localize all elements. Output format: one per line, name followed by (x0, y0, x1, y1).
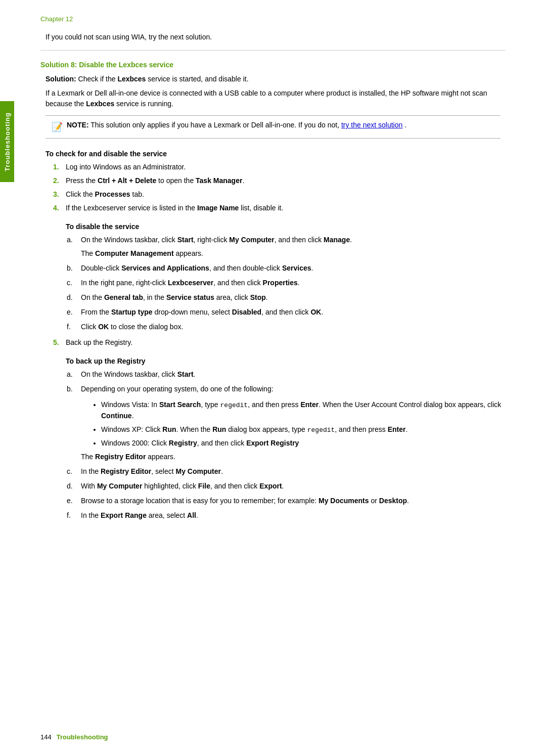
list-item: a. On the Windows taskbar, click Start. (81, 369, 506, 380)
intro-text: If you could not scan using WIA, try the… (46, 33, 506, 41)
list-item: 3. Click the Processes tab. (66, 189, 506, 200)
note-text: NOTE: This solution only applies if you … (67, 120, 406, 130)
registry-editor-note: The Registry Editor appears. (81, 452, 506, 462)
page-container: Troubleshooting Chapter 12 If you could … (0, 0, 546, 756)
list-item: 5. Back up the Registry. (66, 337, 506, 348)
note-box: 📝 NOTE: This solution only applies if yo… (46, 115, 500, 139)
list-item: f. In the Export Range area, select All. (81, 510, 506, 521)
os-options-list: Windows Vista: In Start Search, type reg… (101, 399, 506, 449)
solution-line: Solution: Check if the Lexbces service i… (46, 75, 506, 83)
sidebar: Troubleshooting (0, 101, 14, 182)
note-icon: 📝 (52, 120, 63, 134)
disable-service-heading: To disable the service (66, 223, 506, 231)
computer-management-note: The Computer Management appears. (81, 248, 506, 259)
list-item: 2. Press the Ctrl + Alt + Delete to open… (66, 175, 506, 186)
chapter-label: Chapter 12 (40, 15, 506, 23)
solution-label: Solution: (46, 75, 76, 83)
check-service-list: 1. Log into Windows as an Administrator.… (66, 162, 506, 213)
next-solution-link[interactable]: try the next solution (341, 121, 402, 129)
disable-service-list: a. On the Windows taskbar, click Start, … (81, 235, 506, 245)
disable-service-list-2: b. Double-click Services and Application… (81, 263, 506, 332)
list-item: a. On the Windows taskbar, click Start, … (81, 235, 506, 245)
footer-page-number: 144 (40, 733, 52, 741)
check-service-heading: To check for and disable the service (46, 150, 506, 158)
body-paragraph-1: If a Lexmark or Dell all-in-one device i… (46, 88, 506, 109)
sidebar-label: Troubleshooting (4, 112, 11, 171)
list-item: 4. If the Lexbceserver service is listed… (66, 203, 506, 213)
lexbces-bold-1: Lexbces (117, 75, 146, 83)
backup-registry-list: a. On the Windows taskbar, click Start. … (81, 369, 506, 394)
list-item: b. Double-click Services and Application… (81, 263, 506, 274)
solution-heading: Solution 8: Disable the Lexbces service (40, 61, 506, 69)
step5-list: 5. Back up the Registry. (66, 337, 506, 348)
list-item: f. Click OK to close the dialog box. (81, 322, 506, 332)
backup-registry-list-2: c. In the Registry Editor, select My Com… (81, 466, 506, 521)
list-item: e. Browse to a storage location that is … (81, 496, 506, 506)
footer-label: Troubleshooting (57, 733, 108, 741)
divider-1 (40, 50, 506, 51)
list-item: d. With My Computer highlighted, click F… (81, 481, 506, 492)
backup-registry-heading: To back up the Registry (66, 357, 506, 365)
page-footer: 144 Troubleshooting (40, 733, 506, 741)
list-item: c. In the Registry Editor, select My Com… (81, 466, 506, 477)
list-item: c. In the right pane, right-click Lexbce… (81, 278, 506, 288)
list-item: Windows 2000: Click Registry, and then c… (101, 438, 506, 449)
list-item: 1. Log into Windows as an Administrator. (66, 162, 506, 172)
list-item: e. From the Startup type drop-down menu,… (81, 307, 506, 318)
list-item: b. Depending on your operating system, d… (81, 384, 506, 394)
list-item: Windows XP: Click Run. When the Run dial… (101, 424, 506, 435)
list-item: Windows Vista: In Start Search, type reg… (101, 399, 506, 421)
list-item: d. On the General tab, in the Service st… (81, 292, 506, 303)
